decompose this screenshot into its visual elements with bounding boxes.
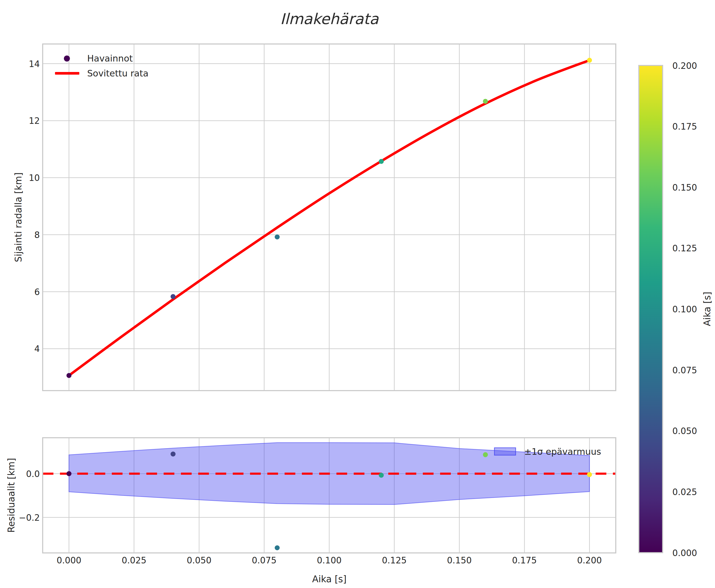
- main-y-tick-label: 14: [29, 59, 40, 69]
- legend-marker-icon: [64, 56, 70, 62]
- x-tick-label: 0.175: [512, 555, 537, 566]
- residual-point: [66, 471, 71, 476]
- legend-entry-uncertainty: ±1σ epävarmuus: [524, 447, 601, 456]
- x-tick-label: 0.075: [252, 555, 276, 566]
- observation-point: [379, 159, 384, 164]
- observation-point: [483, 99, 488, 104]
- figure: 4681012140.0−0.20.0000.0250.0500.0750.10…: [0, 0, 715, 588]
- colorbar-tick-label: 0.025: [672, 487, 697, 497]
- resid-y-tick-label: −0.2: [19, 512, 40, 523]
- x-tick-label: 0.025: [122, 555, 146, 566]
- colorbar: [639, 65, 663, 553]
- resid-y-tick-label: 0.0: [26, 469, 40, 479]
- colorbar-tick-label: 0.125: [672, 243, 697, 253]
- residual-point: [587, 472, 592, 477]
- x-tick-label: 0.000: [57, 555, 81, 566]
- colorbar-tick-label: 0.200: [672, 61, 697, 71]
- legend-line-icon: [55, 72, 79, 75]
- main-y-tick-label: 4: [34, 344, 40, 354]
- legend-entry-havainnot: Havainnot: [87, 54, 133, 63]
- residual-point: [275, 545, 280, 550]
- x-tick-label: 0.100: [317, 555, 341, 566]
- main-y-tick-label: 6: [34, 287, 40, 297]
- colorbar-tick-label: 0.075: [672, 365, 697, 375]
- x-axis-label: Aika [s]: [312, 574, 346, 584]
- colorbar-tick-label: 0.175: [672, 122, 697, 132]
- main-y-tick-label: 8: [34, 230, 40, 240]
- x-tick-label: 0.200: [577, 555, 602, 566]
- legend-entry-sovitettu-rata: Sovitettu rata: [87, 69, 148, 78]
- observation-point: [587, 58, 592, 63]
- residual-point: [379, 473, 384, 478]
- x-tick-label: 0.050: [187, 555, 211, 566]
- observation-point: [171, 294, 176, 299]
- residual-y-axis-label: Residuaalit [km]: [6, 458, 17, 533]
- colorbar-label: Aika [s]: [702, 292, 712, 326]
- main-y-tick-label: 10: [29, 173, 40, 183]
- x-tick-label: 0.125: [382, 555, 406, 566]
- plot-canvas: 4681012140.0−0.20.0000.0250.0500.0750.10…: [0, 0, 715, 588]
- main-y-axis-label: Sijainti radalla [km]: [13, 172, 24, 262]
- colorbar-tick-label: 0.100: [672, 304, 697, 314]
- residual-point: [171, 451, 176, 457]
- colorbar-tick-label: 0.050: [672, 426, 697, 436]
- chart-title: Ilmakehärata: [280, 10, 379, 27]
- x-tick-label: 0.150: [447, 555, 471, 566]
- observation-point: [275, 235, 280, 239]
- main-y-tick-label: 12: [29, 116, 40, 126]
- observation-point: [66, 373, 71, 378]
- colorbar-tick-label: 0.150: [672, 183, 697, 193]
- residual-point: [483, 452, 488, 457]
- legend-band-swatch-icon: [494, 447, 516, 456]
- colorbar-tick-label: 0.000: [672, 548, 697, 558]
